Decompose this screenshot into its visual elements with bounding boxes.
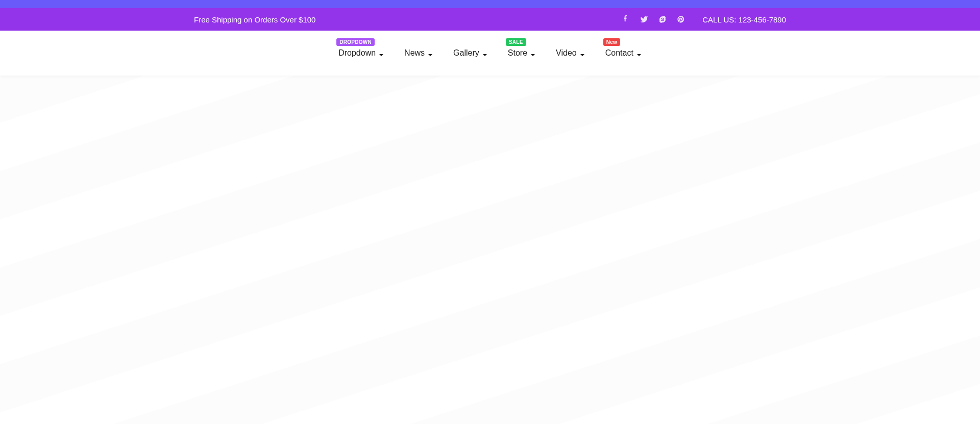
twitter-icon[interactable] [640, 15, 648, 23]
chevron-down-icon [580, 51, 585, 56]
pinterest-icon[interactable] [677, 15, 685, 23]
nav-label: Video [556, 48, 577, 58]
nav-item-contact[interactable]: New Contact [605, 48, 642, 58]
main-nav: DROPDOWN Dropdown News Gallery SALE [0, 31, 980, 76]
nav-label: News [404, 48, 425, 58]
nav-label: Gallery [453, 48, 479, 58]
top-announcement-bar: Free Shipping on Orders Over $100 [0, 0, 980, 31]
nav-item-video[interactable]: Video [556, 48, 585, 58]
social-icons [622, 15, 685, 23]
skype-icon[interactable] [658, 15, 667, 23]
badge-new: New [603, 38, 620, 46]
chevron-down-icon [428, 51, 433, 56]
nav-item-gallery[interactable]: Gallery [453, 48, 487, 58]
facebook-icon[interactable] [622, 15, 630, 23]
nav-item-dropdown[interactable]: DROPDOWN Dropdown [338, 48, 384, 58]
call-us-text: CALL US: 123-456-7890 [702, 15, 786, 24]
nav-label: Dropdown [338, 48, 376, 58]
nav-item-news[interactable]: News [404, 48, 433, 58]
hero-section [0, 76, 980, 424]
shipping-text: Free Shipping on Orders Over $100 [194, 15, 315, 24]
nav-item-store[interactable]: SALE Store [508, 48, 535, 58]
nav-label: Store [508, 48, 527, 58]
chevron-down-icon [379, 51, 384, 56]
chevron-down-icon [530, 51, 535, 56]
nav-label: Contact [605, 48, 633, 58]
badge-sale: SALE [506, 38, 526, 46]
badge-dropdown: DROPDOWN [336, 38, 375, 46]
chevron-down-icon [636, 51, 642, 56]
chevron-down-icon [482, 51, 487, 56]
